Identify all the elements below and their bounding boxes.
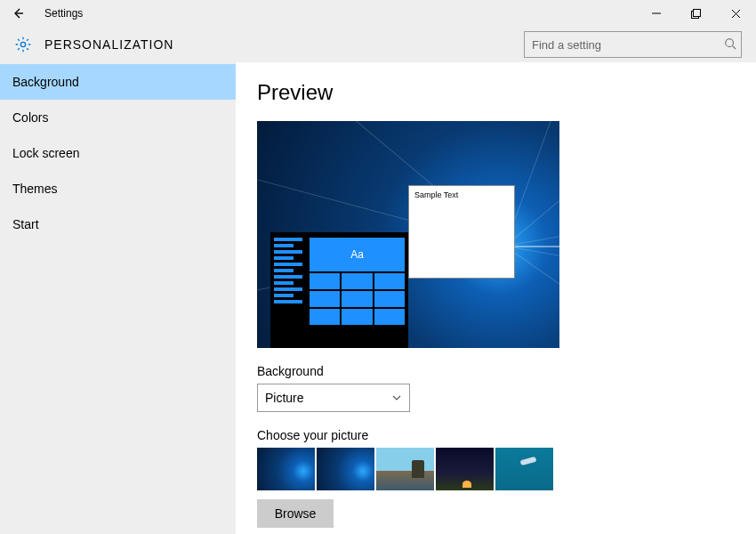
close-button[interactable] [716,0,756,27]
svg-rect-1 [694,9,701,16]
sidebar-item-label: Background [12,75,79,89]
svg-point-3 [726,39,734,47]
sidebar-item-background[interactable]: Background [0,64,236,100]
picture-thumb-5[interactable] [495,448,553,490]
picture-thumb-4[interactable] [436,448,494,490]
sidebar-item-lock-screen[interactable]: Lock screen [0,135,236,171]
sidebar-item-colors[interactable]: Colors [0,100,236,135]
arrow-left-icon [11,6,25,20]
background-select[interactable]: Picture [257,384,410,412]
maximize-icon [691,9,701,19]
window-controls [636,0,756,27]
sidebar-item-themes[interactable]: Themes [0,171,236,206]
chevron-down-icon [391,392,402,403]
sample-window: Sample Text [408,185,515,279]
sidebar-item-label: Start [12,217,39,231]
sidebar-item-label: Colors [12,110,48,125]
browse-button[interactable]: Browse [257,499,334,528]
search-container [524,31,742,58]
sidebar-item-label: Lock screen [12,146,79,160]
picture-thumbnails [257,448,756,490]
background-select-value: Picture [265,391,304,405]
window-title: Settings [44,7,83,20]
choose-picture-label: Choose your picture [257,428,756,442]
sidebar-item-start[interactable]: Start [0,206,236,242]
picture-thumb-1[interactable] [257,448,315,490]
start-menu-mock: Aa [270,232,408,348]
maximize-button[interactable] [676,0,716,27]
preview-heading: Preview [257,80,756,105]
minimize-icon [652,9,661,18]
browse-button-label: Browse [275,506,317,521]
minimize-button[interactable] [636,0,676,27]
picture-thumb-3[interactable] [376,448,434,490]
background-label: Background [257,364,756,378]
search-input[interactable] [524,31,742,58]
main-content: Preview Sample Text Aa Background [236,62,756,534]
section-title: PERSONALIZATION [44,37,173,52]
sidebar-item-label: Themes [12,182,58,196]
picture-thumb-2[interactable] [317,448,374,490]
header-bar: PERSONALIZATION [0,27,756,62]
sample-text-label: Sample Text [409,186,514,204]
search-icon [724,37,736,50]
gear-icon [14,36,32,53]
back-button[interactable] [0,0,36,27]
close-icon [731,9,741,19]
svg-point-2 [20,42,25,46]
sidebar: Background Colors Lock screen Themes Sta… [0,62,236,534]
tile-sample: Aa [310,238,405,271]
preview-box: Sample Text Aa [257,121,559,348]
titlebar: Settings [0,0,756,27]
